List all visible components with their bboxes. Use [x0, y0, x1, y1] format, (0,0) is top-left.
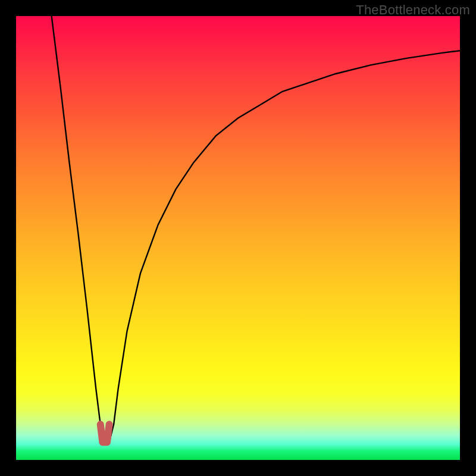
chart-frame: TheBottleneck.com [0, 0, 476, 476]
watermark-text: TheBottleneck.com [356, 2, 470, 18]
bottleneck-curve [16, 16, 460, 460]
plot-area [16, 16, 460, 460]
